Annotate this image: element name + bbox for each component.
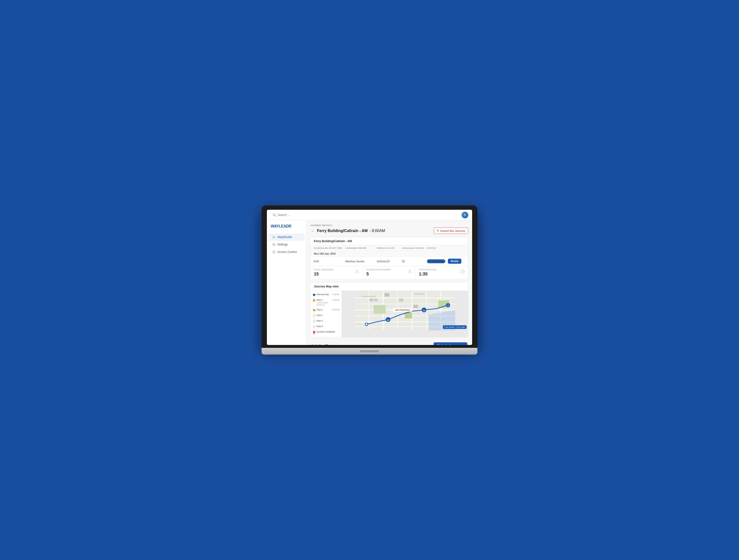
stop-dot-start bbox=[313, 294, 315, 296]
picked-passengers-label: PICKED PASSENGERS bbox=[366, 268, 391, 271]
notify-passengers-button[interactable]: Notify Passengers bbox=[434, 342, 467, 345]
laptop-notch bbox=[360, 350, 379, 352]
activities-title: Activities (2) bbox=[311, 344, 328, 345]
avatar[interactable]: U bbox=[462, 212, 468, 218]
topbar: 🔍 U bbox=[267, 210, 472, 220]
status-in-progress: in progress bbox=[427, 259, 445, 263]
svg-rect-0 bbox=[273, 236, 275, 238]
svg-text:B: B bbox=[447, 305, 449, 306]
status-badge: in progress bbox=[427, 259, 448, 263]
svg-rect-36 bbox=[374, 299, 378, 301]
stop-label-complete: Journey completed bbox=[316, 331, 335, 334]
col-driver: ASSIGNED DRIVER bbox=[345, 247, 377, 249]
svg-text:🚌: 🚌 bbox=[423, 309, 426, 312]
sidebar-item-settings[interactable]: Settings bbox=[268, 241, 305, 248]
modify-button[interactable]: Modify bbox=[448, 259, 461, 264]
stop-dot-3 bbox=[313, 315, 315, 317]
sidebar-item-wayshuttle[interactable]: WayShuttle bbox=[268, 233, 305, 241]
journey-time: - 8:00AM bbox=[370, 229, 385, 233]
stop-complete: Journey completed bbox=[313, 331, 339, 334]
svg-point-29 bbox=[366, 323, 367, 325]
journey-label: JOURNEY DETAILS bbox=[310, 224, 468, 226]
stop-4: Stop 4 bbox=[313, 320, 339, 323]
stop-label-4: Stop 4 bbox=[316, 320, 323, 323]
main-content: JOURNEY DETAILS ← Ferry Building/Caltrai… bbox=[306, 220, 472, 345]
stats-row: TOTAL BOOKINGS 15 bbox=[310, 266, 468, 279]
stop-start: Start journey 7:40AM bbox=[313, 293, 339, 296]
stop-1: Stop 1 2 passengers picked up 7:50AM bbox=[313, 299, 339, 306]
sidebar-item-label-settings: Settings bbox=[277, 243, 288, 246]
trip-spaces: 35 bbox=[402, 260, 427, 263]
map-update-badge: Last update: 3 mins ago bbox=[443, 325, 467, 329]
map-image: 🚌 🚌 B bbox=[342, 291, 468, 337]
col-action bbox=[448, 247, 465, 249]
stop-sub-1: 2 passengers picked up bbox=[316, 302, 331, 306]
trip-time: 8:00 bbox=[314, 260, 345, 263]
sidebar-item-label-wayshuttle: WayShuttle bbox=[277, 235, 292, 239]
map-title: Journey Map view bbox=[310, 283, 468, 291]
stop-label-2: Stop 2 bbox=[316, 309, 323, 312]
table-header: SCHEDULED START TIME ASSIGNED DRIVER VEH… bbox=[310, 245, 468, 251]
col-status: STATUS bbox=[427, 247, 448, 249]
svg-text:OPERA PLAZA: OPERA PLAZA bbox=[415, 293, 424, 295]
map-inner: Start journey 7:40AM bbox=[310, 291, 468, 337]
stop-label-5: Stop 5 bbox=[316, 325, 323, 328]
svg-text:🚌: 🚌 bbox=[387, 318, 390, 321]
table-row: 8:00 Marshay Jacobs Vehicle123 35 in pro… bbox=[310, 257, 468, 266]
x-icon: ✕ bbox=[437, 229, 439, 232]
svg-rect-4 bbox=[273, 252, 275, 253]
stat-trip-duration: TRIP DURATION 1:35 bbox=[416, 266, 468, 279]
clock-icon bbox=[460, 269, 465, 275]
svg-rect-21 bbox=[374, 305, 386, 314]
journey-title: ← Ferry Building/Caltrain - AM - 8:00AM bbox=[310, 228, 385, 233]
stop-label-3: Stop 3 bbox=[316, 314, 323, 317]
stop-dot-4 bbox=[313, 320, 315, 323]
logo-text: WAYLEADR bbox=[271, 224, 302, 228]
search-input[interactable] bbox=[278, 213, 457, 217]
person-icon bbox=[355, 269, 359, 275]
total-bookings-label: TOTAL BOOKINGS bbox=[314, 268, 334, 271]
sidebar: WAYLEADR WayShuttle bbox=[267, 220, 306, 345]
svg-point-6 bbox=[409, 270, 411, 271]
stop-2: Stop 2 8:00AM bbox=[313, 309, 339, 312]
search-icon: 🔍 bbox=[273, 213, 276, 217]
trip-duration-value: 1:35 bbox=[419, 271, 436, 276]
stop-dot-1 bbox=[313, 299, 315, 302]
svg-text:FILLMORE DISTRICT: FILLMORE DISTRICT bbox=[362, 296, 376, 297]
cancel-journey-button[interactable]: ✕ Cancel this Journey bbox=[434, 227, 468, 234]
stat-total-bookings: TOTAL BOOKINGS 15 bbox=[310, 266, 363, 279]
logo: WAYLEADR bbox=[267, 224, 306, 233]
message-icon bbox=[437, 344, 440, 345]
map-section: Journey Map view Start journey bbox=[310, 282, 468, 338]
gear-icon bbox=[272, 243, 276, 246]
shuttle-icon bbox=[272, 235, 276, 239]
map-stops: Start journey 7:40AM bbox=[310, 291, 342, 337]
back-button[interactable]: ← bbox=[310, 228, 315, 233]
pin-icon bbox=[313, 331, 315, 334]
activities-row: Activities (2) Notify Passengers bbox=[310, 340, 468, 345]
route-card-header: Ferry Building/Caltrain - AM bbox=[310, 237, 468, 245]
col-vehicle: VEHICLE PLATE bbox=[377, 247, 402, 249]
lock-icon bbox=[272, 250, 276, 254]
stop-dot-2 bbox=[313, 309, 315, 312]
stop-label-start: Start journey bbox=[316, 293, 329, 296]
trip-duration-label: TRIP DURATION bbox=[419, 268, 436, 271]
col-start-time: SCHEDULED START TIME bbox=[314, 247, 345, 249]
stat-picked-passengers: PICKED PASSENGERS 5 bbox=[363, 266, 416, 279]
journey-name: Ferry Building/Caltrain - AM bbox=[317, 229, 367, 233]
stop-5: Stop 5 bbox=[313, 325, 339, 328]
stop-dot-5 bbox=[313, 326, 315, 328]
sidebar-item-access-control[interactable]: Access Control bbox=[268, 248, 305, 255]
route-card: Ferry Building/Caltrain - AM SCHEDULED S… bbox=[310, 237, 468, 279]
map-svg: 🚌 🚌 B bbox=[342, 291, 468, 330]
trip-driver: Marshay Jacobs bbox=[345, 260, 377, 263]
stop-time-start: 7:40AM bbox=[331, 293, 339, 296]
svg-point-3 bbox=[274, 244, 274, 245]
stop-label-1: Stop 1 bbox=[316, 299, 331, 302]
svg-rect-39 bbox=[413, 305, 418, 308]
total-bookings-value: 15 bbox=[314, 271, 334, 276]
stop-time-2: 8:00AM bbox=[331, 309, 339, 311]
svg-rect-38 bbox=[399, 299, 403, 301]
svg-point-5 bbox=[356, 270, 358, 271]
search-bar[interactable]: 🔍 bbox=[271, 213, 459, 217]
